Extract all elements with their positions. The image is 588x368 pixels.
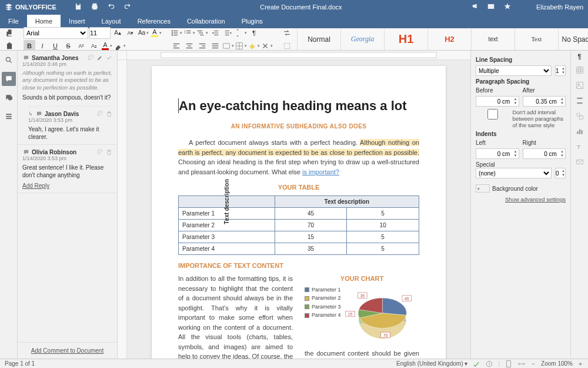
fit-page-icon[interactable]: [505, 360, 513, 368]
paragraph-mark-icon[interactable]: ¶: [248, 27, 260, 39]
menu-tab-insert[interactable]: Insert: [61, 15, 93, 28]
attach-icon[interactable]: [86, 54, 93, 61]
fit-width-icon[interactable]: [517, 360, 526, 368]
align-right-icon[interactable]: [196, 40, 208, 52]
line-spacing-mode[interactable]: Multiple: [476, 65, 552, 76]
merge-cells-icon[interactable]: [222, 40, 234, 52]
doc-link[interactable]: is important?: [302, 168, 339, 175]
menu-tab-collaboration[interactable]: Collaboration: [179, 15, 233, 28]
table-settings-icon[interactable]: [576, 66, 584, 75]
special-indent-select[interactable]: (none): [476, 168, 552, 178]
style-text[interactable]: Text: [515, 29, 559, 50]
insert-cells-icon[interactable]: [235, 40, 247, 52]
track-changes-icon[interactable]: [485, 360, 493, 368]
style-h2[interactable]: H2: [428, 29, 472, 50]
indent-left[interactable]: ▲▼: [476, 148, 519, 159]
no-interval-checkbox[interactable]: [476, 109, 510, 120]
numbering-icon[interactable]: 12: [183, 27, 195, 39]
line-spacing-icon[interactable]: [235, 27, 247, 39]
mailmerge-icon[interactable]: [576, 158, 584, 167]
spacing-after[interactable]: ▲▼: [523, 96, 566, 107]
multilevel-icon[interactable]: [196, 27, 208, 39]
menu-tab-references[interactable]: References: [129, 15, 179, 28]
zoom-in-icon[interactable]: ＋: [577, 360, 583, 368]
image-settings-icon[interactable]: [576, 81, 584, 91]
italic-icon[interactable]: I: [36, 40, 48, 52]
superscript-icon[interactable]: A²: [75, 40, 87, 52]
zoom-out-icon[interactable]: －: [530, 360, 536, 368]
select-all-icon[interactable]: [281, 40, 293, 52]
bg-color-picker[interactable]: [476, 184, 490, 193]
line-spacing-value[interactable]: ▲▼: [555, 65, 566, 76]
vertical-ruler[interactable]: [118, 60, 127, 359]
undo-icon[interactable]: [107, 2, 115, 12]
bold-icon[interactable]: B: [24, 40, 35, 52]
inc-indent-icon[interactable]: [222, 27, 234, 39]
attach-icon[interactable]: [96, 110, 103, 117]
redo-icon[interactable]: [123, 2, 132, 12]
language-select[interactable]: English (United Kingdom) ▾: [396, 360, 467, 367]
menu-tab-file[interactable]: File: [0, 15, 27, 28]
document-page[interactable]: An eye-catching heading means a lot AN I…: [152, 66, 446, 359]
font-family-select[interactable]: Arial: [24, 27, 88, 39]
edit-icon[interactable]: [96, 54, 103, 61]
menu-icon[interactable]: [520, 2, 528, 12]
change-case-icon[interactable]: Aa: [138, 27, 149, 39]
dec-font-icon[interactable]: A▾: [125, 27, 136, 39]
replace-icon[interactable]: [281, 27, 293, 39]
star-icon[interactable]: [503, 2, 512, 12]
comment-thread[interactable]: Olivia Robinson1/14/2020 3:53 pmGreat se…: [18, 145, 117, 193]
font-color-icon[interactable]: A: [101, 40, 113, 52]
add-reply-link[interactable]: Add Reply: [22, 183, 112, 189]
clear-style-icon[interactable]: [114, 40, 126, 52]
zoom-level[interactable]: Zoom 100%: [541, 360, 573, 367]
delete-icon[interactable]: [105, 148, 112, 155]
copy-icon[interactable]: [4, 27, 15, 39]
align-left-icon[interactable]: [171, 40, 182, 52]
style-georgia[interactable]: Georgia: [341, 29, 385, 50]
special-indent-value[interactable]: ▲▼: [555, 168, 566, 178]
add-comment-button[interactable]: Add Comment to Document: [18, 342, 117, 359]
horizontal-ruler[interactable]: [118, 51, 470, 60]
highlight-icon[interactable]: A: [151, 27, 162, 39]
chat-icon[interactable]: [2, 91, 16, 105]
resolve-icon[interactable]: [105, 54, 112, 61]
indent-right[interactable]: ▲▼: [523, 148, 566, 159]
share-icon[interactable]: [470, 2, 479, 12]
style-text[interactable]: text: [472, 29, 515, 50]
align-justify-icon[interactable]: [209, 40, 221, 52]
page-count[interactable]: Page 1 of 1: [5, 360, 35, 367]
inc-font-icon[interactable]: A▴: [112, 27, 123, 39]
chart-settings-icon[interactable]: [576, 127, 584, 137]
para-settings-icon[interactable]: ¶: [578, 53, 582, 60]
advanced-settings-link[interactable]: Show advanced settings: [476, 196, 566, 203]
attach-icon[interactable]: [96, 148, 103, 155]
clear-icon[interactable]: [261, 40, 273, 52]
shading-icon[interactable]: [248, 40, 260, 52]
spacing-before[interactable]: ▲▼: [476, 96, 519, 107]
user-label[interactable]: Elizabeth Rayen: [536, 4, 583, 11]
comments-icon[interactable]: [2, 72, 16, 86]
menu-tab-home[interactable]: Home: [27, 15, 61, 28]
style-normal[interactable]: Normal: [298, 29, 341, 50]
shape-settings-icon[interactable]: [576, 112, 584, 121]
style-no-spacing[interactable]: No Spacing: [559, 29, 588, 50]
dec-indent-icon[interactable]: [209, 27, 221, 39]
menu-tab-plugins[interactable]: Plugins: [233, 15, 271, 28]
underline-icon[interactable]: U: [49, 40, 61, 52]
spellcheck-icon[interactable]: [472, 360, 480, 368]
search-icon[interactable]: [2, 53, 16, 67]
header-footer-icon[interactable]: [576, 97, 584, 106]
menu-tab-layout[interactable]: Layout: [93, 15, 129, 28]
comment-thread[interactable]: Samantha Jones1/14/2020 3:48 pmAlthough …: [18, 51, 117, 145]
bullets-icon[interactable]: [171, 27, 182, 39]
delete-icon[interactable]: [105, 110, 112, 117]
font-size-input[interactable]: [89, 27, 111, 39]
subscript-icon[interactable]: A₂: [88, 40, 100, 52]
strike-icon[interactable]: S: [62, 40, 74, 52]
print-icon[interactable]: [91, 2, 99, 12]
paste-icon[interactable]: [4, 40, 15, 52]
save-icon[interactable]: [74, 2, 82, 12]
navigation-icon[interactable]: [2, 110, 16, 124]
style-h1[interactable]: H1: [385, 29, 428, 50]
